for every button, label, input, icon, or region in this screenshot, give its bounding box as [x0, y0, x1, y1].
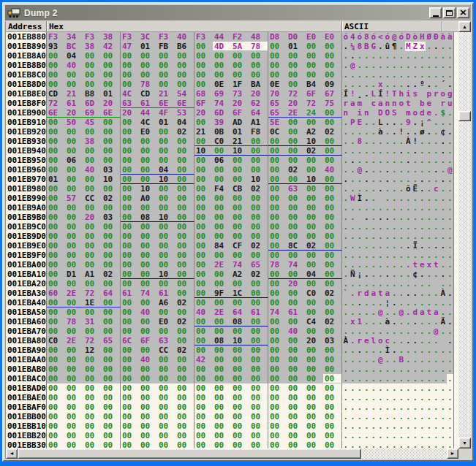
hex-byte[interactable]: 02	[175, 298, 194, 307]
hex-byte[interactable]: 00	[231, 374, 249, 383]
hex-byte[interactable]: 00	[287, 270, 305, 278]
hex-dword-group[interactable]: 00000000	[121, 260, 194, 270]
hex-byte[interactable]: 00	[268, 232, 287, 240]
hex-dword-group[interactable]: 4701FBB6	[121, 42, 194, 51]
hex-byte[interactable]: 00	[305, 251, 323, 259]
hex-byte[interactable]: 00	[249, 289, 268, 297]
hex-byte[interactable]: 00	[305, 431, 323, 440]
hex-dword-group[interactable]: 00000000	[47, 326, 121, 336]
dump-row[interactable]: 001EB94000000000000000001000100000000200…	[6, 146, 458, 156]
ascii-cell[interactable]: ................	[342, 431, 454, 440]
hex-byte[interactable]: 00	[305, 213, 323, 221]
hex-dword-group[interactable]: 00000000	[47, 80, 121, 89]
hex-byte[interactable]: 00	[323, 70, 341, 79]
hex-byte[interactable]: 00	[157, 260, 175, 269]
hex-byte[interactable]: 00	[287, 402, 305, 411]
hex-byte[interactable]: 20	[287, 99, 305, 107]
dump-row[interactable]: 001EB9A000000000000000000000000000000000…	[6, 203, 458, 213]
hex-byte[interactable]: 00	[323, 241, 341, 250]
hex-byte[interactable]: 1C	[231, 289, 249, 297]
hex-dword-group[interactable]: 00000000	[194, 326, 268, 336]
hex-byte[interactable]: 00	[65, 70, 83, 79]
hex-byte[interactable]: 00	[47, 251, 65, 259]
hex-dword-group[interactable]: C02E7265	[47, 336, 121, 345]
hex-byte[interactable]: 00	[102, 374, 120, 383]
hex-byte[interactable]: 00	[268, 70, 287, 79]
hex-byte[interactable]: 44	[213, 32, 231, 41]
hex-byte[interactable]: 00	[121, 175, 139, 183]
hex-byte[interactable]: 00	[47, 80, 65, 88]
hex-dword-group[interactable]: CD21B801	[47, 89, 121, 99]
hex-byte[interactable]: 00	[287, 289, 305, 297]
ascii-cell[interactable]: .....@..@.data..	[342, 308, 454, 317]
hex-byte[interactable]: 00	[102, 127, 120, 136]
hex-byte[interactable]: 00	[287, 61, 305, 69]
hex-byte[interactable]: 00	[83, 80, 102, 88]
maximize-button[interactable]	[443, 7, 456, 18]
dump-row[interactable]: 001EB9B000002003000810000000000000000000…	[6, 213, 458, 222]
hex-byte[interactable]: 00	[83, 251, 102, 259]
hex-dword-group[interactable]: 00000000	[268, 70, 342, 80]
hex-byte[interactable]: 00	[139, 279, 157, 288]
hex-dword-group[interactable]: 00000000	[268, 251, 342, 260]
hex-byte[interactable]: 00	[268, 431, 287, 440]
hex-byte[interactable]: 00	[268, 137, 287, 145]
hex-byte[interactable]: 10	[139, 184, 157, 193]
dump-row[interactable]: 001EB9E000000000000000000084CF02008C0200…	[6, 241, 458, 251]
hex-dword-group[interactable]: 00000000	[194, 232, 268, 241]
hex-dword-group[interactable]: 00000000	[194, 345, 268, 355]
hex-byte[interactable]: 00	[213, 412, 231, 421]
hex-byte[interactable]: 00	[268, 317, 287, 326]
ascii-cell[interactable]: ................	[342, 232, 454, 241]
hex-byte[interactable]: 00	[268, 393, 287, 402]
hex-byte[interactable]: 00	[121, 374, 139, 383]
hex-dword-group[interactable]: 00000000	[47, 402, 121, 412]
hex-dword-group[interactable]: 00004003	[47, 165, 121, 175]
hex-byte[interactable]: 31	[83, 317, 102, 326]
hex-byte[interactable]: 00	[268, 213, 287, 221]
hex-byte[interactable]: 63	[121, 99, 139, 107]
hex-dword-group[interactable]: 00000000	[268, 61, 342, 70]
hex-dword-group[interactable]: 00400000	[268, 326, 342, 336]
hex-byte[interactable]: 00	[65, 175, 83, 183]
hex-byte[interactable]: 00	[249, 431, 268, 440]
hex-byte[interactable]: 00	[249, 421, 268, 430]
hex-byte[interactable]: 20	[102, 99, 120, 107]
hex-byte[interactable]: 00	[231, 421, 249, 430]
hex-byte[interactable]: BA	[249, 80, 268, 88]
hex-byte[interactable]: 00	[121, 270, 139, 278]
hex-byte[interactable]: 00	[102, 412, 120, 421]
hex-byte[interactable]: 00	[175, 402, 194, 411]
hex-byte[interactable]: E0	[139, 127, 157, 136]
hex-byte[interactable]: 42	[194, 355, 213, 364]
hex-byte[interactable]: 00	[249, 402, 268, 411]
dump-row[interactable]: 001EB96000004003000004000000000000020040…	[6, 165, 458, 175]
hex-byte[interactable]: 21	[65, 89, 83, 98]
hex-dword-group[interactable]: 68697320	[194, 89, 268, 99]
hex-dword-group[interactable]: 70726F67	[268, 89, 342, 99]
hex-byte[interactable]: 06	[65, 156, 83, 164]
hex-byte[interactable]: 00	[47, 146, 65, 155]
hex-byte[interactable]: 00	[194, 222, 213, 231]
hex-dword-group[interactable]: 00000000	[121, 421, 194, 431]
horizontal-scroll-track[interactable]	[18, 448, 447, 459]
hex-dword-group[interactable]: 93BC3842	[47, 42, 121, 51]
hex-dword-group[interactable]: 00081000	[194, 336, 268, 345]
hex-byte[interactable]: 04	[157, 165, 175, 174]
hex-dword-group[interactable]: 00000800	[194, 317, 268, 326]
hex-dword-group[interactable]: 00504500	[47, 118, 121, 127]
hex-byte[interactable]: 02	[175, 345, 194, 354]
hex-byte[interactable]: 00	[249, 440, 268, 448]
hex-byte[interactable]: 20	[231, 99, 249, 107]
dump-row[interactable]: 001EB95000060000000000000006000000000000…	[6, 156, 458, 165]
hex-dword-group[interactable]: 00000000	[194, 213, 268, 222]
hex-byte[interactable]: 00	[175, 184, 194, 193]
hex-byte[interactable]: 60	[47, 289, 65, 297]
hex-dword-group[interactable]: 00000000	[194, 412, 268, 421]
hex-byte[interactable]: 61	[157, 289, 175, 297]
hex-byte[interactable]: 00	[249, 374, 268, 383]
hex-byte[interactable]: 0C	[268, 127, 287, 136]
hex-byte[interactable]: 00	[305, 232, 323, 240]
hex-byte[interactable]: 00	[323, 251, 341, 259]
hex-byte[interactable]: 00	[102, 80, 120, 88]
